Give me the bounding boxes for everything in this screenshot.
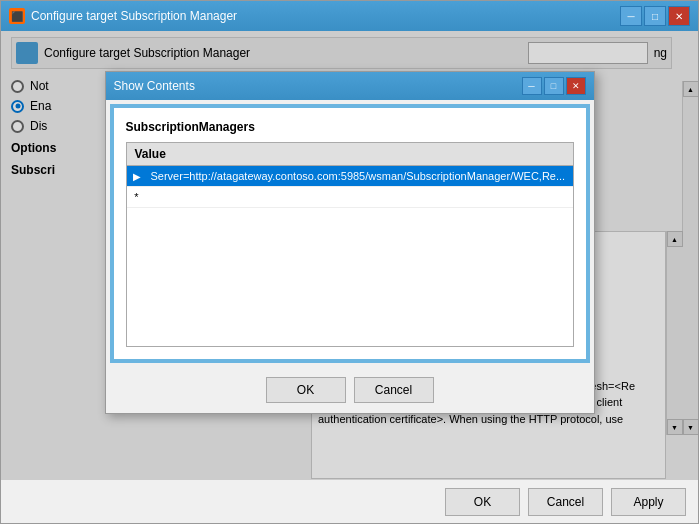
dialog-title-controls: ─ □ ✕ [522, 77, 586, 95]
apply-button[interactable]: Apply [611, 488, 686, 516]
main-title-bar: ⬛ Configure target Subscription Manager … [1, 1, 698, 31]
table-header: Value [127, 143, 573, 166]
table-body: ▶ Server=http://atagateway.contoso.com:5… [127, 166, 573, 346]
modal-overlay: Show Contents ─ □ ✕ SubscriptionManagers… [1, 31, 698, 479]
dialog-title: Show Contents [114, 79, 195, 93]
row-input-2[interactable] [147, 189, 573, 205]
minimize-button[interactable]: ─ [620, 6, 642, 26]
dialog-close-button[interactable]: ✕ [566, 77, 586, 95]
cancel-button[interactable]: Cancel [528, 488, 603, 516]
row-value-1: Server=http://atagateway.contoso.com:598… [147, 166, 573, 186]
ok-button[interactable]: OK [445, 488, 520, 516]
main-content: Configure target Subscription Manager ng… [1, 31, 698, 479]
table-row-empty[interactable]: * [127, 187, 573, 208]
show-contents-dialog: Show Contents ─ □ ✕ SubscriptionManagers… [105, 71, 595, 414]
dialog-ok-button[interactable]: OK [266, 377, 346, 403]
main-window: ⬛ Configure target Subscription Manager … [0, 0, 699, 524]
title-bar-controls: ─ □ ✕ [620, 6, 690, 26]
bottom-bar: OK Cancel Apply [1, 479, 698, 523]
table-row[interactable]: ▶ Server=http://atagateway.contoso.com:5… [127, 166, 573, 187]
dialog-footer: OK Cancel [106, 367, 594, 413]
dialog-minimize-button[interactable]: ─ [522, 77, 542, 95]
row-arrow-1: ▶ [127, 167, 147, 186]
table-container: Value ▶ Server=http://atagateway.contoso… [126, 142, 574, 347]
dialog-cancel-button[interactable]: Cancel [354, 377, 434, 403]
restore-button[interactable]: □ [644, 6, 666, 26]
row-arrow-2: * [127, 187, 147, 207]
main-window-title: Configure target Subscription Manager [31, 9, 237, 23]
close-button[interactable]: ✕ [668, 6, 690, 26]
title-bar-left: ⬛ Configure target Subscription Manager [9, 8, 237, 24]
dialog-content: SubscriptionManagers Value ▶ Server=http… [110, 104, 590, 363]
dialog-title-bar: Show Contents ─ □ ✕ [106, 72, 594, 100]
dialog-restore-button[interactable]: □ [544, 77, 564, 95]
dialog-label: SubscriptionManagers [126, 120, 574, 134]
app-icon: ⬛ [9, 8, 25, 24]
